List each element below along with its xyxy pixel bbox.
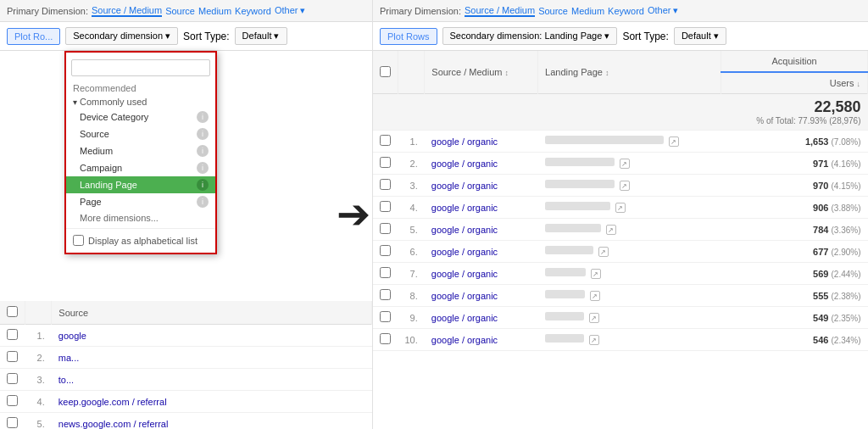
right-row-checkbox[interactable] <box>380 157 391 168</box>
right-row-landing-cell: ↗ <box>538 285 721 307</box>
right-dim-medium[interactable]: Medium <box>571 6 604 16</box>
right-plot-rows-button[interactable]: Plot Rows <box>380 28 437 45</box>
right-row-users-pct: (4.15%) <box>831 181 860 191</box>
left-row-checkbox[interactable] <box>7 395 18 406</box>
left-row-num: 2. <box>25 347 52 369</box>
right-row-source-cell: google / organic <box>425 329 538 351</box>
dropdown-commonly-used[interactable]: Commonly used <box>66 95 215 109</box>
left-row-checkbox[interactable] <box>7 373 18 384</box>
left-select-all-checkbox[interactable] <box>7 306 18 317</box>
left-source-header: Source <box>52 301 372 325</box>
right-row-source-cell: google / organic <box>425 197 538 219</box>
right-total-users-value: 22,580 <box>728 98 861 116</box>
right-row-source-link[interactable]: google / organic <box>431 269 498 279</box>
right-table-row: 10. google / organic ↗ 546 (2.34%) <box>373 329 868 351</box>
right-row-landing-cell: ↗ <box>538 131 721 153</box>
right-secondary-dim-button[interactable]: Secondary dimension: Landing Page ▾ <box>442 27 618 45</box>
right-row-source-link[interactable]: google / organic <box>431 335 498 345</box>
right-row-checkbox[interactable] <box>380 179 391 190</box>
left-row-checkbox[interactable] <box>7 351 18 362</box>
external-link-icon[interactable]: ↗ <box>669 136 679 147</box>
external-link-icon[interactable]: ↗ <box>615 203 626 213</box>
right-table-row: 5. google / organic ↗ 784 (3.36%) <box>373 219 868 241</box>
right-row-source-link[interactable]: google / organic <box>431 313 498 323</box>
right-row-users-cell: 569 (2.44%) <box>721 263 868 285</box>
dropdown-alphabetical-checkbox[interactable] <box>73 235 84 246</box>
right-row-landing-cell: ↗ <box>538 263 721 285</box>
external-link-icon[interactable]: ↗ <box>598 247 609 257</box>
left-dim-keyword[interactable]: Keyword <box>235 6 271 16</box>
left-row-link-cell: to... <box>52 369 372 391</box>
right-table-row: 7. google / organic ↗ 569 (2.44%) <box>373 263 868 285</box>
left-sort-default-button[interactable]: Default ▾ <box>235 27 287 45</box>
external-link-icon[interactable]: ↗ <box>590 291 600 301</box>
right-row-users-value: 546 <box>813 335 828 345</box>
right-row-users-value: 569 <box>813 269 828 279</box>
right-row-checkbox[interactable] <box>380 223 391 234</box>
dropdown-item-medium[interactable]: Medium i <box>66 142 215 159</box>
right-row-users-cell: 549 (2.35%) <box>721 307 868 329</box>
right-table-row: 9. google / organic ↗ 549 (2.35%) <box>373 307 868 329</box>
left-row-checkbox[interactable] <box>7 329 18 340</box>
external-link-icon[interactable]: ↗ <box>620 181 630 191</box>
dropdown-item-page[interactable]: Page i <box>66 193 215 210</box>
right-row-source-link[interactable]: google / organic <box>431 247 498 257</box>
right-dim-other[interactable]: Other ▾ <box>648 5 679 16</box>
left-row-link[interactable]: ma... <box>58 353 79 363</box>
external-link-icon[interactable]: ↗ <box>620 159 630 169</box>
right-row-checkbox[interactable] <box>380 311 391 322</box>
right-row-num: 3. <box>398 175 425 197</box>
left-row-checkbox[interactable] <box>7 417 18 428</box>
external-link-icon[interactable]: ↗ <box>606 225 616 235</box>
right-row-checkbox[interactable] <box>380 289 391 300</box>
left-row-link[interactable]: google <box>58 331 86 341</box>
right-row-source-link[interactable]: google / organic <box>431 136 498 147</box>
right-row-checkbox[interactable] <box>380 201 391 212</box>
dropdown-more-dimensions[interactable]: More dimensions... <box>66 210 215 226</box>
right-row-source-link[interactable]: google / organic <box>431 203 498 213</box>
right-dim-source[interactable]: Source <box>538 6 568 16</box>
right-row-source-link[interactable]: google / organic <box>431 225 498 235</box>
dropdown-item-source[interactable]: Source i <box>66 125 215 142</box>
right-row-checkbox[interactable] <box>380 135 391 146</box>
left-dim-medium[interactable]: Medium <box>198 6 231 16</box>
left-row-link[interactable]: keep.google.com / referral <box>58 397 167 407</box>
info-icon-device: i <box>197 111 209 123</box>
right-source-medium-header[interactable]: Source / Medium ↕ <box>425 51 538 94</box>
right-select-all-checkbox[interactable] <box>380 66 391 77</box>
right-row-users-cell: 906 (3.88%) <box>721 197 868 219</box>
dropdown-alphabetical-row[interactable]: Display as alphabetical list <box>66 231 215 249</box>
right-row-landing-bar <box>545 136 664 144</box>
left-table-row: 3. to... <box>0 369 372 391</box>
right-row-checkbox[interactable] <box>380 267 391 278</box>
left-secondary-dim-button[interactable]: Secondary dimension ▾ <box>65 27 178 45</box>
right-users-header[interactable]: Users ↓ <box>721 72 868 94</box>
right-row-source-link[interactable]: google / organic <box>431 181 498 191</box>
left-row-link-cell: news.google.com / referral <box>52 413 372 430</box>
right-row-checkbox[interactable] <box>380 333 391 344</box>
dropdown-item-landing-page[interactable]: Landing Page i <box>66 176 215 193</box>
right-dim-keyword[interactable]: Keyword <box>608 6 644 16</box>
dropdown-search-input[interactable] <box>71 59 210 76</box>
right-sort-default-button[interactable]: Default ▾ <box>674 27 726 45</box>
right-row-source-link[interactable]: google / organic <box>431 291 498 301</box>
right-row-source-link[interactable]: google / organic <box>431 159 498 169</box>
right-landing-page-header[interactable]: Landing Page ↕ <box>538 51 721 94</box>
external-link-icon[interactable]: ↗ <box>591 269 601 279</box>
right-row-num: 2. <box>398 153 425 175</box>
left-dim-source[interactable]: Source <box>165 6 195 16</box>
right-row-landing-bar <box>545 202 610 210</box>
left-plot-rows-button[interactable]: Plot Ro... <box>7 28 60 45</box>
left-dim-other[interactable]: Other ▾ <box>275 5 306 16</box>
dropdown-item-campaign[interactable]: Campaign i <box>66 159 215 176</box>
left-row-link[interactable]: news.google.com / referral <box>58 419 169 429</box>
left-dim-source-medium[interactable]: Source / Medium <box>92 5 162 17</box>
right-dim-source-medium[interactable]: Source / Medium <box>465 5 535 17</box>
external-link-icon[interactable]: ↗ <box>589 335 599 345</box>
right-row-users-pct: (2.90%) <box>831 248 860 257</box>
external-link-icon[interactable]: ↗ <box>589 313 599 323</box>
right-primary-dim-label: Primary Dimension: <box>380 6 461 16</box>
right-row-checkbox[interactable] <box>380 245 391 256</box>
left-row-link[interactable]: to... <box>58 375 74 385</box>
dropdown-item-device-category[interactable]: Device Category i <box>66 109 215 125</box>
